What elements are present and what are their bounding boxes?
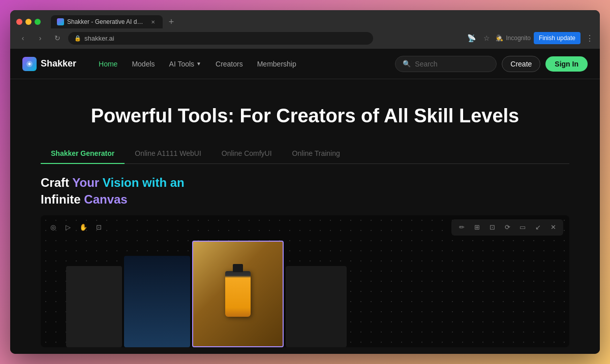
incognito-icon: 🕵️	[496, 35, 503, 42]
incognito-badge: 🕵️ Incognito	[496, 35, 531, 42]
browser-actions: 📡 ☆ 🕵️ Incognito Finish update ⋮	[465, 32, 594, 44]
traffic-lights	[16, 19, 41, 25]
search-placeholder: Search	[415, 60, 437, 68]
canvas-tools-right: ✏ ⊞ ⊡ ⟳ ▭ ↙ ✕	[451, 219, 563, 236]
signin-button[interactable]: Sign In	[545, 56, 588, 72]
title-bar: Shakker - Generative AI desi… ✕ +	[10, 10, 600, 28]
canvas-image-4[interactable]	[286, 266, 347, 347]
finish-update-button[interactable]: Finish update	[534, 32, 581, 44]
ai-tools-dropdown-icon: ▼	[196, 61, 201, 67]
tab-online-training[interactable]: Online Training	[282, 143, 350, 163]
back-button[interactable]: ‹	[16, 31, 29, 45]
bottle-shape	[225, 271, 251, 317]
new-tab-button[interactable]: +	[165, 15, 178, 28]
canvas-tools-left: ◎ ▷ ✋ ⊡	[47, 221, 105, 234]
craft-title: Craft Your Vision with an Infinite Canva…	[41, 174, 569, 208]
close-traffic-light[interactable]	[16, 19, 22, 25]
canvas-container[interactable]: ◎ ▷ ✋ ⊡ ✏ ⊞ ⊡ ⟳ ▭ ↙ ✕	[41, 215, 569, 347]
canvas-image-1[interactable]	[66, 266, 122, 347]
select-tool-icon[interactable]: ◎	[47, 221, 59, 234]
tabs-row: Shakker Generator Online A1111 WebUI Onl…	[41, 143, 569, 164]
canvas-toolbar: ◎ ▷ ✋ ⊡ ✏ ⊞ ⊡ ⟳ ▭ ↙ ✕	[41, 215, 569, 240]
page-content: Shakker Home Models AI Tools ▼ Creators …	[10, 49, 600, 354]
nav-creators[interactable]: Creators	[209, 57, 249, 71]
tab-favicon	[57, 18, 64, 25]
hero-section: Powerful Tools: For Creators of All Skil…	[10, 79, 600, 143]
lock-icon: 🔒	[74, 35, 81, 42]
craft-vision-cyan: Vision with an	[103, 176, 185, 189]
browser-window: Shakker - Generative AI desi… ✕ + ‹ › ↻ …	[10, 10, 600, 354]
nav-ai-tools[interactable]: AI Tools ▼	[163, 57, 207, 71]
maximize-traffic-light[interactable]	[35, 19, 41, 25]
tab-title: Shakker - Generative AI desi…	[67, 18, 146, 25]
tab-close-button[interactable]: ✕	[149, 18, 157, 25]
arrow-tool-icon[interactable]: ▷	[62, 221, 74, 234]
hero-title: Powerful Tools: For Creators of All Skil…	[20, 105, 590, 128]
browser-chrome: Shakker - Generative AI desi… ✕ + ‹ › ↻ …	[10, 10, 600, 49]
tabs-section: Shakker Generator Online A1111 WebUI Onl…	[10, 143, 600, 164]
rotate-icon[interactable]: ⟳	[501, 221, 513, 234]
tab-a1111-webui[interactable]: Online A1111 WebUI	[125, 143, 211, 163]
canvas-section: Craft Your Vision with an Infinite Canva…	[10, 164, 600, 354]
edit-icon[interactable]: ✏	[455, 221, 468, 234]
site-nav: Shakker Home Models AI Tools ▼ Creators …	[10, 49, 600, 79]
hand-tool-icon[interactable]: ✋	[77, 221, 89, 234]
create-button[interactable]: Create	[502, 56, 540, 72]
browser-bar: ‹ › ↻ 🔒 shakker.ai 📡 ☆ 🕵️ Incognito Fini…	[10, 28, 600, 49]
grid-icon[interactable]: ⊞	[471, 221, 483, 234]
minimize-traffic-light[interactable]	[25, 19, 32, 25]
tab-comfyui[interactable]: Online ComfyUI	[211, 143, 282, 163]
more-options-icon[interactable]: ⋮	[586, 34, 594, 43]
delete-icon[interactable]: ✕	[547, 221, 559, 234]
forward-button[interactable]: ›	[34, 31, 47, 45]
bottle-cap	[233, 264, 243, 272]
bookmark-icon[interactable]: ☆	[480, 32, 493, 44]
logo-icon	[22, 57, 37, 71]
perfume-bottle-image	[193, 242, 283, 346]
active-tab[interactable]: Shakker - Generative AI desi… ✕	[51, 15, 163, 28]
search-icon: 🔍	[403, 60, 411, 68]
craft-canvas-purple: Canvas	[84, 192, 127, 206]
crop-icon[interactable]: ▭	[516, 221, 529, 234]
duplicate-icon[interactable]: ⊡	[486, 221, 498, 234]
address-bar[interactable]: 🔒 shakker.ai	[68, 32, 373, 45]
nav-home[interactable]: Home	[93, 57, 124, 71]
craft-infinite: Infinite	[41, 192, 84, 206]
move-icon[interactable]: ↙	[532, 221, 544, 234]
craft-your: Your	[72, 176, 103, 189]
craft-word: Craft	[41, 176, 72, 189]
refresh-button[interactable]: ↻	[51, 31, 64, 45]
frame-tool-icon[interactable]: ⊡	[93, 221, 105, 234]
nav-links: Home Models AI Tools ▼ Creators Membersh…	[93, 57, 302, 71]
canvas-images	[66, 241, 544, 347]
incognito-label: Incognito	[506, 35, 531, 42]
search-bar[interactable]: 🔍 Search	[395, 56, 497, 72]
tab-shakker-generator[interactable]: Shakker Generator	[41, 143, 125, 163]
nav-models[interactable]: Models	[126, 57, 161, 71]
nav-membership[interactable]: Membership	[251, 57, 302, 71]
cast-icon[interactable]: 📡	[465, 32, 477, 44]
url-text: shakker.ai	[84, 35, 114, 42]
tab-bar: Shakker - Generative AI desi… ✕ +	[51, 15, 594, 28]
canvas-image-3-perfume[interactable]	[192, 241, 284, 347]
logo-text: Shakker	[41, 58, 76, 69]
site-logo[interactable]: Shakker	[22, 57, 76, 71]
nav-right: 🔍 Search Create Sign In	[395, 56, 588, 72]
canvas-image-2[interactable]	[124, 256, 190, 347]
